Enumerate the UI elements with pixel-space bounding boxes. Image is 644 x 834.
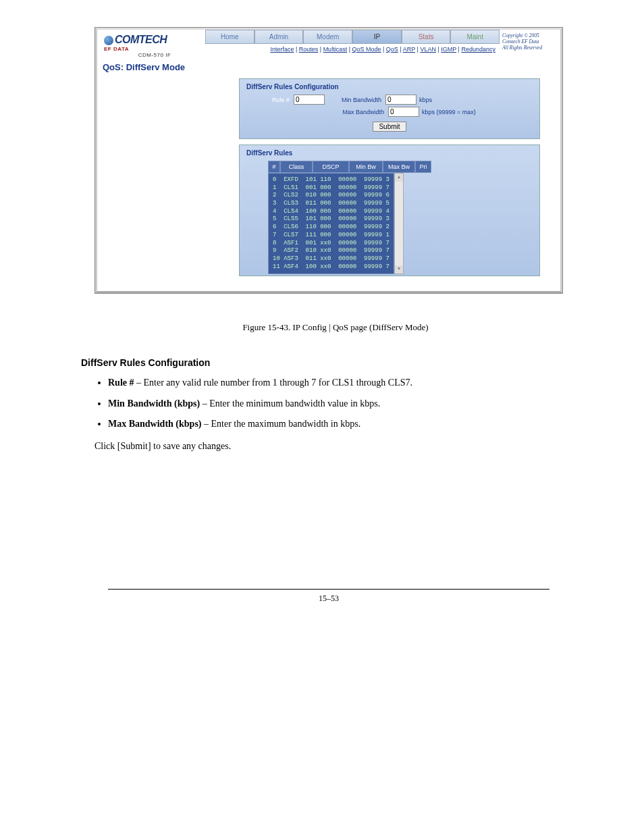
col-dscp: DSCP (313, 161, 349, 173)
logo-model: CDM-570 IF (104, 52, 205, 58)
submit-button[interactable]: Submit (373, 122, 406, 132)
scroll-down-icon[interactable]: ▾ (395, 265, 403, 273)
table-row[interactable]: 0 EXFD 101 110 00000 99999 3 (273, 176, 390, 184)
subnav-igmp[interactable]: IGMP (441, 46, 456, 53)
table-row[interactable]: 3 CLS3 011 000 00000 99999 5 (273, 200, 390, 208)
scrollbar[interactable]: ▴ ▾ (394, 173, 404, 274)
copyright-line: Comtech EF Data (502, 38, 558, 45)
logo-subtext: EF DATA (104, 46, 205, 52)
logo: COMTECH EF DATA CDM-570 IF (97, 30, 205, 58)
col-minbw: Min Bw (349, 161, 383, 173)
rules-panel-title: DiffServ Rules (246, 149, 533, 157)
maxbw-label: Max Bandwidth (327, 109, 388, 115)
copyright-block: Copyright © 2005 Comtech EF Data All Rig… (500, 30, 560, 53)
rule-number-input[interactable] (294, 95, 325, 105)
tab-stats[interactable]: Stats (402, 30, 451, 44)
col-num: # (268, 161, 280, 173)
bullet-item: Max Bandwidth (kbps) – Enter the maximum… (108, 417, 590, 432)
col-maxbw: Max Bw (383, 161, 415, 173)
subnav-routes[interactable]: Routes (299, 46, 319, 53)
rules-panel-header: DiffServ Rules # Class DSCP Min Bw Max B… (239, 145, 540, 276)
table-row[interactable]: 8 ASF1 001 xx0 00000 99999 7 (273, 240, 390, 248)
bullet-item: Rule # – Enter any valid rule number fro… (108, 375, 590, 390)
max-bandwidth-input[interactable] (388, 107, 419, 117)
table-row[interactable]: 1 CLS1 001 000 00000 99999 7 (273, 184, 390, 192)
config-panel: DiffServ Rules Configuration Rule # Min … (239, 78, 540, 139)
table-row[interactable]: 6 CLS6 110 000 00000 99999 2 (273, 224, 390, 232)
rules-listbox[interactable]: 0 EXFD 101 110 00000 99999 31 CLS1 001 0… (268, 173, 394, 274)
page-number: 15–53 (68, 594, 590, 604)
submit-instruction: Click [Submit] to save any changes. (95, 439, 590, 454)
config-panel-title: DiffServ Rules Configuration (246, 83, 533, 90)
bullet-item: Min Bandwidth (kbps) – Enter the minimum… (108, 396, 590, 411)
table-row[interactable]: 10 ASF3 011 xx0 00000 99999 7 (273, 255, 390, 263)
tab-admin[interactable]: Admin (254, 30, 304, 44)
tab-home[interactable]: Home (205, 30, 254, 44)
screenshot-frame: COMTECH EF DATA CDM-570 IF Home Admin Mo… (95, 27, 563, 294)
table-row[interactable]: 9 ASF2 010 xx0 00000 99999 7 (273, 247, 390, 255)
subnav-interface[interactable]: Interface (270, 46, 294, 53)
table-row[interactable]: 5 CLS5 101 000 00000 99999 3 (273, 215, 390, 224)
tab-ip[interactable]: IP (352, 30, 402, 44)
rule-label: Rule # (246, 97, 294, 103)
copyright-line: All Rights Reserved (502, 45, 558, 51)
maxbw-unit: kbps (99999 = max) (422, 109, 476, 115)
table-row[interactable]: 4 CLS4 100 000 00000 99999 4 (273, 208, 390, 216)
logo-text: COMTECH (115, 34, 167, 45)
copyright-line: Copyright © 2005 (502, 32, 558, 38)
scroll-up-icon[interactable]: ▴ (395, 174, 403, 182)
subnav-multicast[interactable]: Multicast (323, 46, 348, 53)
table-row[interactable]: 11 ASF4 100 xx0 00000 99999 7 (273, 263, 390, 271)
section-title: DiffServ Rules Configuration (81, 355, 590, 370)
subnav-qos[interactable]: QoS (386, 46, 398, 53)
page-title: QoS: DiffServ Mode (103, 62, 185, 72)
globe-icon (104, 36, 113, 45)
tab-modem[interactable]: Modem (303, 30, 352, 44)
subnav: Interface | Routes | Multicast | QoS Mod… (205, 44, 500, 55)
minbw-label: Min Bandwidth (325, 97, 385, 103)
tab-maint[interactable]: Maint (450, 30, 500, 44)
table-row[interactable]: 7 CLS7 111 000 00000 99999 1 (273, 232, 390, 240)
subnav-redundancy[interactable]: Redundancy (461, 46, 495, 53)
subnav-arp[interactable]: ARP (403, 46, 415, 53)
figure-caption: Figure 15-43. IP Config | QoS page (Diff… (81, 321, 590, 335)
subnav-qosmode[interactable]: QoS Mode (352, 46, 381, 53)
min-bandwidth-input[interactable] (385, 95, 417, 105)
minbw-unit: kbps (419, 97, 432, 103)
col-class: Class (280, 161, 313, 173)
table-row[interactable]: 2 CLS2 010 000 00000 99999 6 (273, 192, 390, 200)
subnav-vlan[interactable]: VLAN (420, 46, 436, 53)
col-pri: Pri (415, 161, 431, 173)
